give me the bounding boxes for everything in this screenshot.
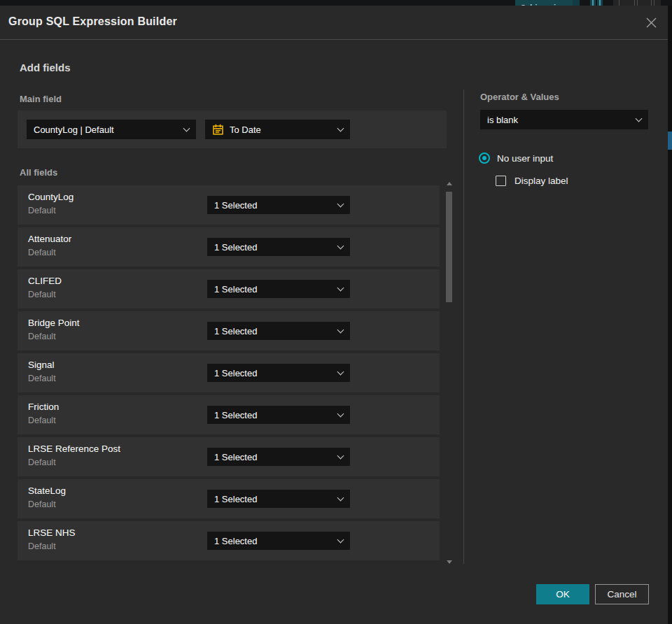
radio-selected-dot [482, 156, 486, 160]
chevron-down-icon [337, 200, 344, 207]
field-subtitle: Default [28, 206, 56, 215]
field-selected-value: 1 Selected [214, 368, 257, 378]
main-field-dropdown[interactable]: CountyLog | Default [27, 120, 196, 139]
clipped-toolbar-fragment [637, 0, 638, 6]
field-subtitle: Default [28, 374, 56, 383]
chevron-down-icon [337, 452, 344, 459]
close-icon [645, 17, 657, 29]
main-field-container: CountyLog | Default To Date [18, 111, 447, 148]
field-selected-dropdown[interactable]: 1 Selected [207, 196, 350, 214]
chevron-down-icon [337, 536, 344, 543]
field-row: LRSE NHS Default 1 Selected [18, 521, 440, 560]
field-selected-dropdown[interactable]: 1 Selected [207, 364, 350, 382]
field-row: Signal Default 1 Selected [18, 353, 440, 392]
field-selected-dropdown[interactable]: 1 Selected [207, 322, 350, 340]
field-subtitle: Default [28, 248, 56, 257]
field-type-dropdown-value: To Date [230, 125, 261, 135]
clipped-toolbar-fragment [654, 0, 654, 6]
clipped-toolbar-fragment [651, 0, 652, 6]
all-fields-list: CountyLog Default 1 Selected Attenuator … [18, 185, 440, 563]
field-subtitle: Default [28, 499, 56, 509]
field-row: Bridge Point Default 1 Selected [18, 311, 440, 350]
dialog-title: Group SQL Expression Builder [8, 15, 177, 28]
panel-divider [463, 90, 464, 564]
field-selected-dropdown[interactable]: 1 Selected [207, 406, 350, 424]
clipped-toolbar-backdrop: Live view [0, 0, 672, 6]
calendar-date-icon [212, 124, 224, 136]
scrollbar-up-arrow-icon[interactable] [447, 182, 452, 185]
clipped-toolbar-fragment [592, 0, 594, 6]
chevron-down-icon [183, 125, 190, 132]
field-subtitle: Default [28, 416, 56, 425]
field-name: LRSE Reference Post [28, 444, 120, 454]
field-row: LRSE Reference Post Default 1 Selected [18, 437, 440, 476]
field-subtitle: Default [28, 290, 56, 299]
field-selected-dropdown[interactable]: 1 Selected [207, 532, 350, 550]
field-selected-value: 1 Selected [214, 452, 257, 462]
field-selected-value: 1 Selected [214, 326, 257, 336]
field-name: CountyLog [28, 192, 74, 202]
no-user-input-label: No user input [497, 153, 553, 164]
screen: Live view Group SQL Expression Builder [0, 0, 672, 624]
operator-values-label: Operator & Values [480, 92, 559, 102]
field-name: LRSE NHS [28, 527, 76, 538]
main-field-label: Main field [20, 94, 62, 104]
field-subtitle: Default [28, 541, 56, 551]
field-name: Signal [28, 360, 55, 370]
no-user-input-option: No user input [479, 153, 553, 164]
chevron-down-icon [636, 115, 643, 122]
display-label-text: Display label [514, 176, 568, 186]
add-fields-heading: Add fields [20, 62, 71, 73]
cancel-button[interactable]: Cancel [595, 584, 649, 604]
background-app-sliver [668, 6, 672, 624]
field-subtitle: Default [28, 458, 56, 467]
field-selected-dropdown[interactable]: 1 Selected [207, 280, 350, 298]
field-row: Friction Default 1 Selected [18, 395, 440, 434]
dialog-header: Group SQL Expression Builder [0, 6, 668, 39]
field-selected-value: 1 Selected [214, 410, 257, 420]
main-field-dropdown-value: CountyLog | Default [34, 125, 114, 135]
chevron-down-icon [337, 494, 344, 501]
field-row: CountyLog Default 1 Selected [18, 185, 440, 225]
display-label-option: Display label [496, 176, 568, 186]
operator-dropdown[interactable]: is blank [480, 110, 648, 129]
field-selected-value: 1 Selected [214, 242, 257, 253]
field-row: StateLog Default 1 Selected [18, 479, 440, 518]
field-name: Bridge Point [28, 318, 80, 328]
clipped-toolbar-fragment [599, 0, 601, 6]
field-selected-value: 1 Selected [214, 494, 257, 504]
live-view-button-clipped: Live view [515, 0, 573, 6]
field-name: Attenuator [28, 234, 71, 244]
clipped-toolbar-fragment [619, 0, 620, 6]
display-label-checkbox[interactable] [496, 176, 506, 186]
chevron-down-icon [337, 242, 344, 249]
chevron-down-icon [337, 326, 344, 333]
field-selected-dropdown[interactable]: 1 Selected [207, 238, 350, 256]
scrollbar-thumb[interactable] [446, 192, 452, 302]
header-divider [0, 39, 668, 40]
chevron-down-icon [337, 284, 344, 291]
field-selected-value: 1 Selected [214, 536, 257, 546]
field-row: Attenuator Default 1 Selected [18, 227, 440, 267]
close-button[interactable] [643, 14, 659, 31]
field-subtitle: Default [28, 332, 56, 341]
background-app-sliver-highlight [668, 132, 672, 150]
list-scrollbar [446, 182, 453, 564]
field-type-dropdown[interactable]: To Date [205, 120, 350, 139]
group-sql-expression-builder-dialog: Group SQL Expression Builder Add fields … [0, 6, 668, 624]
ok-button[interactable]: OK [536, 584, 589, 604]
field-name: StateLog [28, 485, 66, 496]
scrollbar-down-arrow-icon[interactable] [447, 560, 452, 564]
field-selected-dropdown[interactable]: 1 Selected [207, 448, 350, 466]
chevron-down-icon [337, 368, 344, 375]
field-name: Friction [28, 402, 59, 412]
no-user-input-radio[interactable] [479, 153, 490, 164]
all-fields-label: All fields [20, 167, 57, 178]
field-name: CLIFED [28, 276, 62, 286]
chevron-down-icon [337, 125, 344, 132]
clipped-toolbar-fragment [573, 0, 580, 6]
field-row: CLIFED Default 1 Selected [18, 269, 440, 309]
field-selected-dropdown[interactable]: 1 Selected [207, 490, 350, 508]
chevron-down-icon [337, 410, 344, 417]
operator-dropdown-value: is blank [487, 115, 518, 125]
